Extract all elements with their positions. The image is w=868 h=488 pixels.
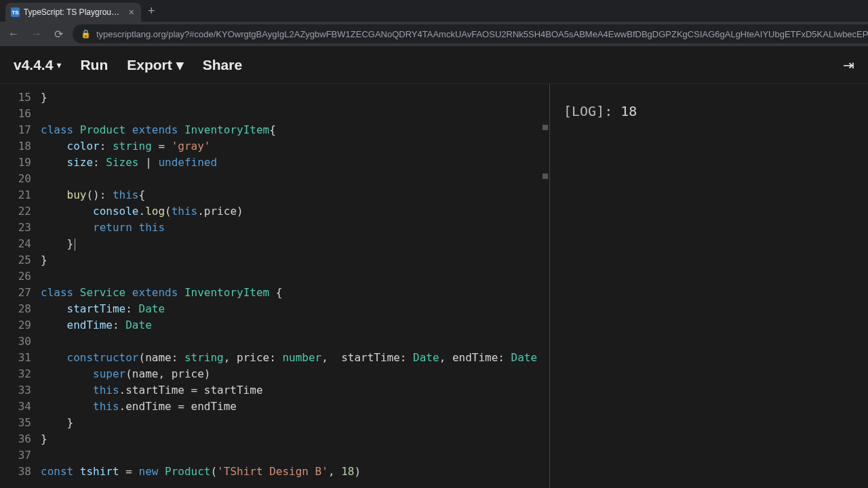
line-number: 38 <box>0 464 31 480</box>
code-editor[interactable]: }class Product extends InventoryItem{ co… <box>41 84 549 488</box>
favicon-icon: TS <box>11 7 20 17</box>
line-number: 31 <box>0 350 31 366</box>
browser-chrome: TS TypeScript: TS Playground - A × + ← →… <box>0 0 868 46</box>
code-line[interactable]: super(name, price) <box>41 366 549 382</box>
main-split: 1516171819202122232425262728293031323334… <box>0 84 868 488</box>
back-button[interactable]: ← <box>5 25 22 43</box>
nav-bar: ← → ⟳ 🔒 typescriptlang.org/play?#code/KY… <box>0 22 868 46</box>
line-number: 35 <box>0 415 31 431</box>
tab-bar: TS TypeScript: TS Playground - A × + <box>0 0 868 22</box>
line-number: 33 <box>0 382 31 399</box>
code-line[interactable]: } <box>41 89 549 106</box>
code-line[interactable]: } <box>41 431 549 447</box>
editor-pane[interactable]: 1516171819202122232425262728293031323334… <box>0 84 550 488</box>
line-number: 26 <box>0 268 31 285</box>
code-line[interactable]: console.log(this.price) <box>41 203 549 220</box>
code-line[interactable]: this.endTime = endTime <box>41 399 549 415</box>
line-number: 19 <box>0 155 31 171</box>
line-number: 25 <box>0 252 31 268</box>
code-line[interactable] <box>41 333 549 350</box>
code-line[interactable] <box>41 447 549 464</box>
log-value: 18 <box>620 103 637 119</box>
url-text: typescriptlang.org/play?#code/KYOwrgtgBA… <box>96 29 868 39</box>
line-number: 18 <box>0 138 31 155</box>
playground-toolbar: v4.4.4 ▾ Run Export ▾ Share ⇥ <box>0 46 868 84</box>
code-line[interactable]: startTime: Date <box>41 301 549 317</box>
line-number: 17 <box>0 122 31 138</box>
text-cursor <box>75 239 75 251</box>
code-line[interactable]: const tshirt = new Product('TShirt Desig… <box>41 464 549 480</box>
reload-button[interactable]: ⟳ <box>52 25 66 43</box>
line-number: 34 <box>0 399 31 415</box>
code-line[interactable]: return this <box>41 220 549 236</box>
chevron-down-icon: ▾ <box>57 60 61 70</box>
code-line[interactable]: } <box>41 236 549 252</box>
line-number: 16 <box>0 106 31 122</box>
output-pane: .JS.D.TSErrorsLogsPlugins [LOG]: 18 <box>550 84 868 488</box>
new-tab-button[interactable]: + <box>148 4 155 18</box>
run-button[interactable]: Run <box>80 57 108 73</box>
line-number: 24 <box>0 236 31 252</box>
code-line[interactable] <box>41 171 549 187</box>
code-line[interactable]: } <box>41 415 549 431</box>
address-bar[interactable]: 🔒 typescriptlang.org/play?#code/KYOwrgtg… <box>73 24 868 43</box>
line-number: 21 <box>0 187 31 203</box>
code-line[interactable]: size: Sizes | undefined <box>41 155 549 171</box>
code-line[interactable]: this.startTime = startTime <box>41 382 549 399</box>
code-line[interactable]: class Service extends InventoryItem { <box>41 285 549 301</box>
close-tab-icon[interactable]: × <box>127 7 136 18</box>
sidebar-toggle-icon[interactable]: ⇥ <box>843 57 854 73</box>
line-number: 30 <box>0 333 31 350</box>
code-line[interactable] <box>41 268 549 285</box>
code-line[interactable]: color: string = 'gray' <box>41 138 549 155</box>
lock-icon: 🔒 <box>81 29 91 39</box>
share-button[interactable]: Share <box>203 57 242 73</box>
logs-output: [LOG]: 18 <box>550 84 868 488</box>
code-line[interactable]: endTime: Date <box>41 317 549 333</box>
log-prefix: [LOG]: <box>564 103 612 119</box>
code-line[interactable] <box>41 106 549 122</box>
minimap[interactable] <box>540 84 549 488</box>
browser-tab[interactable]: TS TypeScript: TS Playground - A × <box>5 3 141 22</box>
line-number: 36 <box>0 431 31 447</box>
line-number: 20 <box>0 171 31 187</box>
tab-title: TypeScript: TS Playground - A <box>24 7 123 17</box>
line-number: 27 <box>0 285 31 301</box>
code-line[interactable]: buy(): this{ <box>41 187 549 203</box>
code-line[interactable]: } <box>41 252 549 268</box>
chevron-down-icon: ▾ <box>176 57 184 73</box>
version-dropdown[interactable]: v4.4.4 ▾ <box>14 57 61 73</box>
code-line[interactable]: constructor(name: string, price: number,… <box>41 350 549 366</box>
line-number: 29 <box>0 317 31 333</box>
line-number: 15 <box>0 89 31 106</box>
forward-button[interactable]: → <box>28 25 45 43</box>
line-number: 37 <box>0 447 31 464</box>
playground-app: v4.4.4 ▾ Run Export ▾ Share ⇥ 1516171819… <box>0 46 868 488</box>
line-gutter: 1516171819202122232425262728293031323334… <box>0 84 41 488</box>
export-dropdown[interactable]: Export ▾ <box>127 57 184 73</box>
line-number: 32 <box>0 366 31 382</box>
code-line[interactable]: class Product extends InventoryItem{ <box>41 122 549 138</box>
line-number: 22 <box>0 203 31 220</box>
line-number: 23 <box>0 220 31 236</box>
line-number: 28 <box>0 301 31 317</box>
